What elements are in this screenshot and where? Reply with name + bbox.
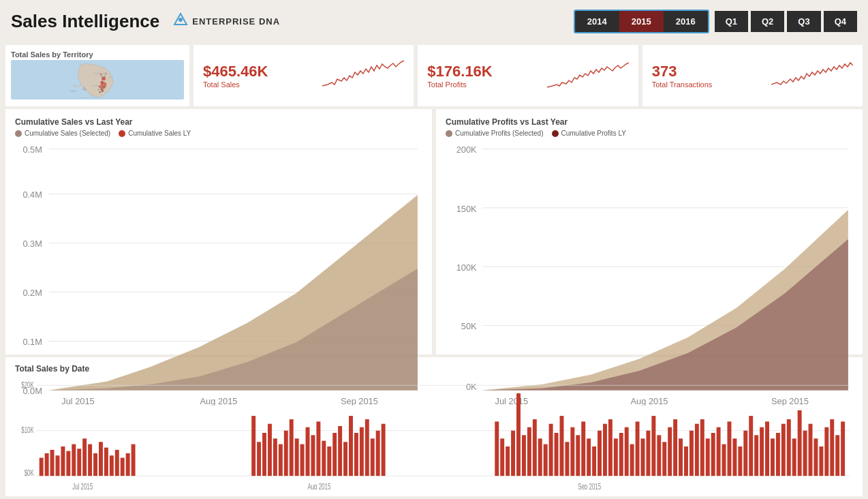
kpi-profits-value: $176.16K <box>427 63 492 80</box>
svg-rect-94 <box>316 421 320 476</box>
svg-rect-84 <box>262 433 266 476</box>
svg-rect-165 <box>809 424 813 476</box>
legend-sales-ly: Cumulative Sales LY <box>119 130 191 137</box>
legend-profits-selected-label: Cumulative Profits (Selected) <box>455 130 544 137</box>
svg-rect-132 <box>630 444 634 476</box>
svg-point-20 <box>99 74 102 76</box>
page-title: Sales Intelligence <box>11 11 159 32</box>
svg-rect-91 <box>300 444 305 476</box>
svg-rect-145 <box>700 419 704 476</box>
svg-rect-158 <box>771 438 775 476</box>
svg-rect-135 <box>646 431 650 476</box>
svg-rect-96 <box>327 447 331 476</box>
kpi-total-profits: $176.16K Total Profits <box>418 45 638 106</box>
svg-rect-77 <box>110 455 114 476</box>
main-content: Total Sales by Territory QUEENSLAND NEW … <box>0 42 868 499</box>
svg-point-23 <box>82 89 83 90</box>
map-title: Total Sales by Territory <box>11 50 184 59</box>
legend-profits-selected-dot <box>446 130 452 137</box>
q3-button[interactable]: Q3 <box>787 11 820 32</box>
q2-button[interactable]: Q2 <box>751 11 784 32</box>
svg-rect-67 <box>56 455 60 476</box>
svg-rect-88 <box>284 431 288 476</box>
svg-point-13 <box>99 85 102 88</box>
svg-rect-119 <box>560 416 564 476</box>
svg-rect-110 <box>511 431 515 476</box>
svg-rect-123 <box>581 421 585 476</box>
svg-rect-82 <box>251 416 255 476</box>
svg-text:Aug 2015: Aug 2015 <box>307 481 330 489</box>
year-2015-button[interactable]: 2015 <box>619 11 664 32</box>
svg-rect-69 <box>66 451 70 477</box>
svg-rect-167 <box>819 447 823 476</box>
svg-rect-70 <box>72 444 76 476</box>
svg-text:Cor: Cor <box>100 67 103 70</box>
legend-sales-selected-label: Cumulative Sales (Selected) <box>25 130 110 137</box>
svg-point-15 <box>101 90 104 93</box>
svg-rect-164 <box>803 431 807 476</box>
svg-rect-86 <box>273 438 277 476</box>
svg-rect-81 <box>131 444 136 476</box>
svg-text:Jul 2015: Jul 2015 <box>72 481 93 489</box>
kpi-transactions-text: 373 Total Transactions <box>652 63 713 89</box>
header: Sales Intelligence ENTERPRISE DNA 2014 2… <box>0 0 868 42</box>
year-2016-button[interactable]: 2016 <box>664 11 708 32</box>
svg-rect-92 <box>306 427 310 476</box>
svg-rect-68 <box>61 447 65 476</box>
svg-rect-140 <box>673 419 677 476</box>
logo: ENTERPRISE DNA <box>173 12 280 31</box>
q1-button[interactable]: Q1 <box>715 11 748 32</box>
transactions-sparkline <box>771 59 853 93</box>
bottom-row: Total Sales by Date $20K $10K $0K <box>5 357 863 496</box>
svg-rect-166 <box>813 438 818 476</box>
svg-rect-98 <box>338 426 342 476</box>
q4-button[interactable]: Q4 <box>824 11 857 32</box>
kpi-profits-text: $176.16K Total Profits <box>427 63 492 89</box>
svg-rect-78 <box>115 450 119 476</box>
svg-rect-90 <box>295 438 299 476</box>
svg-text:0.2M: 0.2M <box>22 288 42 298</box>
svg-rect-147 <box>711 433 715 476</box>
svg-rect-153 <box>743 431 747 476</box>
svg-point-18 <box>105 72 107 74</box>
svg-rect-118 <box>555 433 559 476</box>
svg-rect-115 <box>538 438 542 476</box>
logo-text: ENTERPRISE DNA <box>192 16 280 27</box>
svg-rect-79 <box>121 458 125 477</box>
svg-rect-104 <box>371 438 375 476</box>
svg-rect-116 <box>544 444 548 476</box>
svg-rect-85 <box>268 424 272 476</box>
kpi-total-sales: $465.46K Total Sales <box>193 45 414 106</box>
svg-point-24 <box>83 87 84 89</box>
svg-rect-89 <box>290 419 294 476</box>
svg-rect-144 <box>695 424 699 476</box>
svg-rect-102 <box>360 427 364 476</box>
svg-rect-157 <box>765 421 769 476</box>
svg-rect-134 <box>641 438 645 476</box>
svg-point-14 <box>104 87 106 89</box>
svg-rect-83 <box>257 442 261 476</box>
svg-rect-120 <box>565 442 569 476</box>
svg-text:100K: 100K <box>456 262 477 273</box>
svg-point-22 <box>84 89 86 91</box>
sales-date-chart: $20K $10K $0K <box>15 376 853 489</box>
svg-rect-100 <box>349 416 353 476</box>
kpi-sales-label: Total Sales <box>203 80 268 89</box>
svg-rect-101 <box>354 433 358 476</box>
svg-text:50K: 50K <box>461 321 477 331</box>
svg-rect-93 <box>311 435 315 476</box>
year-2014-button[interactable]: 2014 <box>575 11 619 32</box>
svg-rect-146 <box>706 438 710 476</box>
svg-text:0.1M: 0.1M <box>22 337 42 347</box>
svg-rect-76 <box>104 448 108 477</box>
svg-rect-112 <box>522 435 526 476</box>
svg-text:0.3M: 0.3M <box>22 239 42 249</box>
kpi-transactions-value: 373 <box>652 63 713 80</box>
cumulative-sales-title: Cumulative Sales vs Last Year <box>15 117 422 127</box>
svg-rect-130 <box>619 433 623 476</box>
svg-text:Sep 2015: Sep 2015 <box>578 481 601 489</box>
cumulative-profits-card: Cumulative Profits vs Last Year Cumulati… <box>436 109 863 354</box>
svg-rect-125 <box>592 447 596 476</box>
legend-sales-ly-dot <box>119 130 125 137</box>
svg-rect-151 <box>732 438 737 476</box>
